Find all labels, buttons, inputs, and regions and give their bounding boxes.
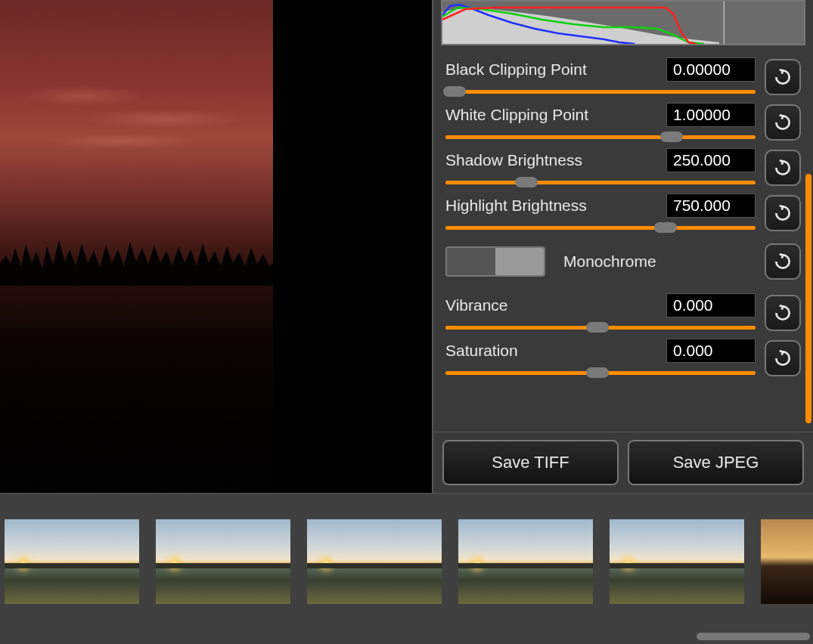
image-preview[interactable] (0, 0, 273, 493)
vibrance-slider[interactable] (445, 322, 756, 333)
reset-icon (773, 348, 793, 368)
slider-shadow-brightness: Shadow Brightness (433, 142, 813, 187)
slider-highlight-brightness: Highlight Brightness (433, 187, 813, 233)
white-clipping-label: White Clipping Point (445, 106, 588, 124)
reset-icon (773, 67, 793, 87)
filmstrip-thumbnail[interactable] (156, 519, 290, 604)
filmstrip-thumbnail[interactable] (5, 519, 139, 604)
filmstrip-thumbnail[interactable] (761, 519, 813, 604)
monochrome-reset-button[interactable] (765, 243, 801, 280)
monochrome-row: Monochrome (433, 233, 813, 287)
monochrome-label: Monochrome (563, 252, 756, 271)
top-area: Black Clipping Point (0, 0, 813, 493)
saturation-reset-button[interactable] (765, 340, 801, 376)
shadow-brightness-slider[interactable] (445, 177, 756, 187)
save-row: Save TIFF Save JPEG (433, 432, 813, 493)
histogram[interactable] (441, 0, 805, 45)
shadow-brightness-label: Shadow Brightness (445, 151, 582, 169)
black-clipping-label: Black Clipping Point (445, 60, 587, 79)
reset-icon (773, 113, 793, 132)
reset-icon (773, 252, 793, 271)
panel-scrollbar[interactable] (805, 174, 811, 423)
preview-image-content (0, 0, 273, 493)
vibrance-reset-button[interactable] (765, 295, 801, 331)
reset-icon (773, 158, 793, 178)
saturation-value[interactable] (666, 339, 756, 363)
filmstrip-scrollbar-thumb[interactable] (697, 633, 810, 640)
black-clipping-reset-button[interactable] (765, 59, 801, 95)
highlight-brightness-value[interactable] (666, 194, 756, 218)
image-preview-area (0, 0, 433, 493)
vibrance-value[interactable] (666, 293, 756, 317)
filmstrip-thumbnail[interactable] (307, 519, 442, 604)
saturation-slider[interactable] (445, 367, 756, 378)
save-tiff-button[interactable]: Save TIFF (442, 440, 619, 485)
slider-black-clipping: Black Clipping Point (433, 51, 813, 97)
monochrome-toggle[interactable] (445, 246, 545, 277)
filmstrip-thumbnail[interactable] (610, 519, 744, 604)
shadow-brightness-value[interactable] (666, 148, 756, 172)
black-clipping-value[interactable] (666, 57, 756, 82)
highlight-brightness-reset-button[interactable] (765, 195, 801, 231)
saturation-label: Saturation (445, 342, 518, 360)
save-jpeg-button[interactable]: Save JPEG (628, 440, 804, 485)
shadow-brightness-reset-button[interactable] (765, 150, 801, 186)
slider-white-clipping: White Clipping Point (433, 97, 813, 142)
reset-icon (773, 203, 793, 223)
black-clipping-slider[interactable] (445, 86, 756, 97)
slider-vibrance: Vibrance (433, 287, 813, 333)
filmstrip-thumbnail[interactable] (458, 519, 593, 604)
highlight-brightness-label: Highlight Brightness (445, 197, 587, 215)
edit-panel: Black Clipping Point (433, 0, 813, 493)
white-clipping-reset-button[interactable] (765, 104, 801, 141)
white-clipping-value[interactable] (666, 103, 756, 127)
slider-saturation: Saturation (433, 333, 813, 378)
white-clipping-slider[interactable] (445, 132, 756, 142)
sliders-container: Black Clipping Point (433, 51, 813, 432)
app-root: Black Clipping Point (0, 0, 813, 644)
reset-icon (773, 303, 793, 323)
filmstrip (0, 493, 813, 644)
filmstrip-scrollbar[interactable] (0, 632, 813, 641)
highlight-brightness-slider[interactable] (445, 222, 756, 233)
vibrance-label: Vibrance (445, 296, 508, 314)
